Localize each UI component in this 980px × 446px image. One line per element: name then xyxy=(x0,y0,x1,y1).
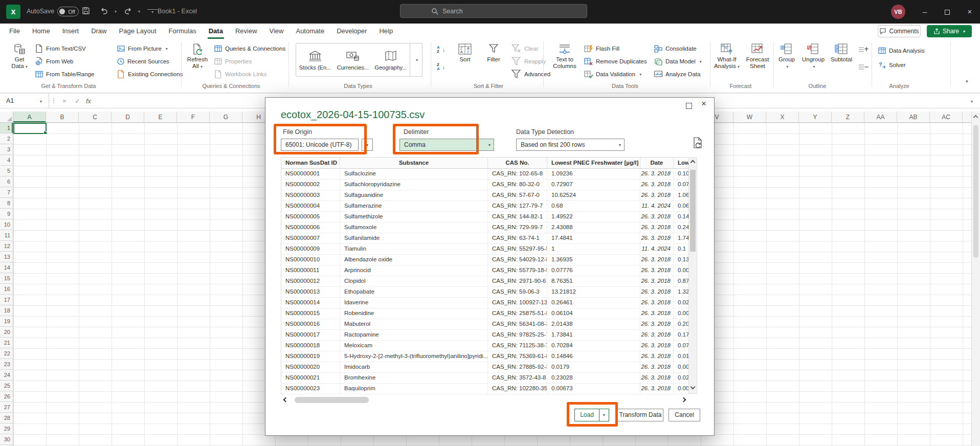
file-origin-chevron-icon[interactable]: ▾ xyxy=(362,139,373,151)
tab-page-layout[interactable]: Page Layout xyxy=(118,24,158,39)
from-table-range-button[interactable]: From Table/Range xyxy=(35,69,94,80)
sort-ascending-button[interactable]: AZ↓ xyxy=(437,44,445,55)
tab-developer[interactable]: Developer xyxy=(336,24,368,39)
preview-horizontal-scrollbar[interactable] xyxy=(281,395,688,405)
flash-fill-button[interactable]: Flash Fill xyxy=(584,43,619,54)
column-header-AB[interactable]: AB xyxy=(897,112,930,123)
column-header-B[interactable]: B xyxy=(46,112,79,123)
row-header-23[interactable]: 23 xyxy=(0,359,13,370)
row-header-2[interactable]: 2 xyxy=(0,133,13,144)
column-header-A[interactable]: A xyxy=(13,112,46,123)
row-header-6[interactable]: 6 xyxy=(0,176,13,187)
row-header-30[interactable]: 30 xyxy=(0,434,13,445)
row-header-9[interactable]: 9 xyxy=(0,209,13,219)
formula-bar-splitter[interactable] xyxy=(53,98,54,99)
currencies-button[interactable]: Currencies... xyxy=(334,43,372,76)
row-header-26[interactable]: 26 xyxy=(0,391,13,402)
group-button[interactable]: Group ▾ xyxy=(775,42,798,82)
chevron-down-icon[interactable]: ▾ xyxy=(488,143,491,147)
tab-view[interactable]: View xyxy=(269,24,285,39)
expand-formula-bar-icon[interactable]: ▾ xyxy=(971,99,973,104)
row-header-24[interactable]: 24 xyxy=(0,370,13,381)
maximize-button[interactable] xyxy=(936,0,959,24)
data-analysis-button[interactable]: Data Analysis xyxy=(878,45,925,56)
column-header-Z[interactable]: Z xyxy=(832,112,864,123)
scrollbar-thumb[interactable] xyxy=(973,125,978,258)
row-header-28[interactable]: 28 xyxy=(0,413,13,423)
row-header-27[interactable]: 27 xyxy=(0,402,13,413)
comments-button[interactable]: Comments xyxy=(878,25,921,37)
row-header-18[interactable]: 18 xyxy=(0,305,13,316)
close-button[interactable]: × xyxy=(959,0,980,24)
row-header-12[interactable]: 12 xyxy=(0,241,13,252)
autosave-toggle[interactable]: Off xyxy=(57,7,79,16)
row-header-29[interactable]: 29 xyxy=(0,423,13,434)
avatar[interactable]: VB xyxy=(891,5,905,19)
workbook-links-button[interactable]: Workbook Links xyxy=(214,69,267,80)
reapply-button[interactable]: Reapply xyxy=(510,56,546,67)
advanced-filter-button[interactable]: Advanced xyxy=(510,69,550,80)
tab-review[interactable]: Review xyxy=(234,24,258,39)
column-header-AA[interactable]: AA xyxy=(864,112,897,123)
undo-chevron-icon[interactable]: ▾ xyxy=(110,9,121,19)
chevron-down-icon[interactable]: ▾ xyxy=(619,143,621,147)
row-header-1[interactable]: 1 xyxy=(0,123,13,133)
preview-vertical-scrollbar[interactable] xyxy=(688,157,697,394)
from-picture-button[interactable]: From Picture▾ xyxy=(117,43,168,54)
tab-formulas[interactable]: Formulas xyxy=(168,24,197,39)
subtotal-button[interactable]: Subtotal xyxy=(829,42,854,82)
scrollbar-thumb[interactable] xyxy=(690,170,696,252)
name-box-chevron-icon[interactable]: ▾ xyxy=(40,99,42,104)
geography-button[interactable]: Geography... xyxy=(372,43,410,76)
collapse-ribbon-icon[interactable]: ▾ xyxy=(966,79,968,84)
column-header-D[interactable]: D xyxy=(112,112,144,123)
row-header-17[interactable]: 17 xyxy=(0,295,13,305)
row-header-3[interactable]: 3 xyxy=(0,144,13,155)
column-header-F[interactable]: F xyxy=(177,112,210,123)
stocks-button[interactable]: Stocks (En... xyxy=(296,43,334,76)
ungroup-button[interactable]: Ungroup ▾ xyxy=(800,42,827,82)
confirm-entry-icon[interactable]: ✓ xyxy=(75,94,80,108)
customize-qat-icon[interactable]: ▾ xyxy=(147,9,158,19)
queries-connections-button[interactable]: Queries & Connections xyxy=(214,43,285,54)
existing-connections-button[interactable]: Existing Connections xyxy=(117,69,183,80)
row-header-20[interactable]: 20 xyxy=(0,327,13,338)
load-button[interactable]: Load xyxy=(575,409,599,421)
from-web-button[interactable]: From Web xyxy=(35,56,73,67)
refresh-preview-icon[interactable] xyxy=(692,137,703,149)
sort-button[interactable]: ZAAZ Sort xyxy=(453,42,477,82)
column-header-X[interactable]: X xyxy=(766,112,799,123)
data-type-detection-select[interactable]: Based on first 200 rows▾ xyxy=(516,139,625,151)
text-to-columns-button[interactable]: Text to Columns xyxy=(550,42,579,82)
dialog-maximize-icon[interactable] xyxy=(686,103,692,109)
tab-automate[interactable]: Automate xyxy=(295,24,325,39)
column-header-AC[interactable]: AC xyxy=(930,112,963,123)
redo-chevron-icon[interactable]: ▾ xyxy=(134,9,144,19)
column-header-E[interactable]: E xyxy=(144,112,177,123)
redo-icon[interactable] xyxy=(124,7,134,17)
tab-draw[interactable]: Draw xyxy=(90,24,107,39)
selected-cell[interactable] xyxy=(13,123,47,134)
load-options-chevron-icon[interactable]: ▾ xyxy=(599,409,609,421)
delimiter-select[interactable]: Comma▾ xyxy=(399,139,494,151)
forecast-sheet-button[interactable]: Forecast Sheet xyxy=(744,42,771,82)
scroll-up-icon[interactable] xyxy=(691,160,696,165)
scroll-left-icon[interactable] xyxy=(283,397,288,403)
row-header-11[interactable]: 11 xyxy=(0,230,13,241)
show-detail-button[interactable] xyxy=(858,44,868,55)
transform-data-button[interactable]: Transform Data xyxy=(617,409,663,421)
row-header-4[interactable]: 4 xyxy=(0,155,13,166)
column-header-Y[interactable]: Y xyxy=(799,112,832,123)
row-header-10[interactable]: 10 xyxy=(0,219,13,230)
insert-function-icon[interactable]: fx xyxy=(86,94,91,108)
analyze-data-button[interactable]: Analyze Data xyxy=(654,69,700,80)
get-data-button[interactable]: Get Data▾ xyxy=(7,42,32,82)
row-header-5[interactable]: 5 xyxy=(0,166,13,176)
solver-button[interactable]: ?Solver xyxy=(878,59,906,71)
sheet-vertical-scrollbar[interactable] xyxy=(971,112,980,446)
remove-duplicates-button[interactable]: Remove Duplicates xyxy=(584,56,647,67)
file-origin-select[interactable]: 65001: Unicode (UTF-8) xyxy=(281,139,359,151)
row-header-8[interactable]: 8 xyxy=(0,198,13,209)
row-header-21[interactable]: 21 xyxy=(0,338,13,348)
what-if-analysis-button[interactable]: ? What-If Analysis▾ xyxy=(712,42,742,82)
